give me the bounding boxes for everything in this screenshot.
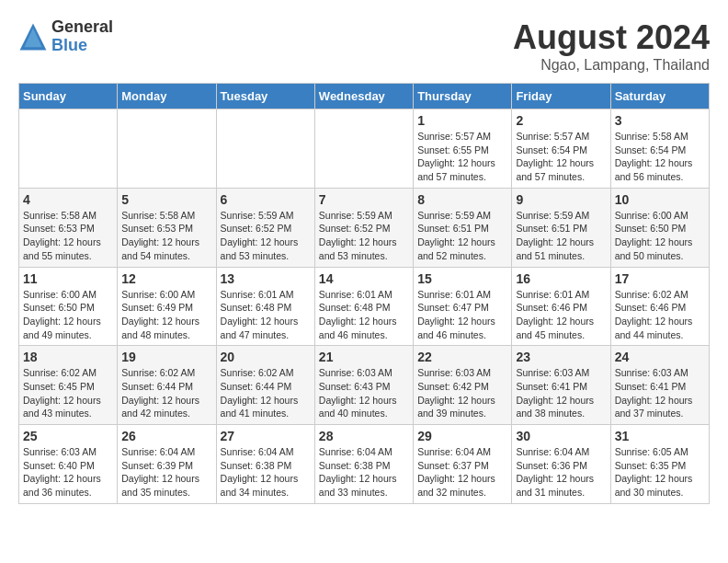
day-info: Sunrise: 6:04 AMSunset: 6:39 PMDaylight:… bbox=[121, 445, 211, 500]
day-number: 18 bbox=[23, 350, 113, 364]
subtitle: Ngao, Lampang, Thailand bbox=[513, 57, 710, 74]
day-number: 3 bbox=[615, 113, 705, 128]
calendar-cell: 30Sunrise: 6:04 AMSunset: 6:36 PMDayligh… bbox=[512, 425, 610, 504]
calendar-cell: 23Sunrise: 6:03 AMSunset: 6:41 PMDayligh… bbox=[512, 346, 610, 425]
header-saturday: Saturday bbox=[610, 84, 709, 109]
day-number: 28 bbox=[319, 429, 409, 443]
day-info: Sunrise: 5:59 AMSunset: 6:52 PMDaylight:… bbox=[221, 209, 311, 263]
day-info: Sunrise: 6:03 AMSunset: 6:42 PMDaylight:… bbox=[417, 366, 507, 420]
calendar-cell bbox=[19, 109, 118, 189]
day-info: Sunrise: 6:03 AMSunset: 6:41 PMDaylight:… bbox=[615, 366, 705, 420]
day-number: 12 bbox=[121, 271, 211, 286]
calendar-cell: 8Sunrise: 5:59 AMSunset: 6:51 PMDaylight… bbox=[414, 188, 512, 267]
day-info: Sunrise: 6:01 AMSunset: 6:48 PMDaylight:… bbox=[319, 288, 409, 342]
day-number: 30 bbox=[516, 429, 606, 443]
logo-blue-label: Blue bbox=[51, 37, 113, 55]
day-number: 31 bbox=[615, 429, 705, 443]
calendar-cell: 10Sunrise: 6:00 AMSunset: 6:50 PMDayligh… bbox=[610, 188, 709, 267]
day-number: 26 bbox=[121, 429, 211, 443]
logo: General Blue bbox=[18, 18, 113, 55]
day-number: 17 bbox=[615, 271, 705, 286]
day-number: 21 bbox=[319, 350, 409, 364]
day-number: 8 bbox=[417, 192, 507, 207]
calendar-cell bbox=[314, 109, 413, 189]
calendar-cell: 4Sunrise: 5:58 AMSunset: 6:53 PMDaylight… bbox=[19, 188, 118, 267]
day-info: Sunrise: 6:01 AMSunset: 6:48 PMDaylight:… bbox=[221, 288, 311, 342]
header-monday: Monday bbox=[118, 84, 216, 109]
day-info: Sunrise: 6:02 AMSunset: 6:45 PMDaylight:… bbox=[23, 366, 113, 420]
day-info: Sunrise: 6:03 AMSunset: 6:41 PMDaylight:… bbox=[516, 366, 606, 420]
day-info: Sunrise: 5:58 AMSunset: 6:53 PMDaylight:… bbox=[121, 209, 211, 263]
calendar-cell: 6Sunrise: 5:59 AMSunset: 6:52 PMDaylight… bbox=[216, 188, 314, 267]
logo-general-label: General bbox=[51, 18, 113, 37]
day-info: Sunrise: 6:04 AMSunset: 6:38 PMDaylight:… bbox=[221, 445, 311, 500]
day-info: Sunrise: 6:00 AMSunset: 6:50 PMDaylight:… bbox=[23, 288, 113, 342]
day-number: 20 bbox=[221, 350, 311, 364]
day-info: Sunrise: 6:03 AMSunset: 6:40 PMDaylight:… bbox=[23, 445, 113, 500]
day-number: 6 bbox=[221, 192, 311, 207]
header-tuesday: Tuesday bbox=[216, 84, 314, 109]
calendar-cell: 3Sunrise: 5:58 AMSunset: 6:54 PMDaylight… bbox=[610, 109, 709, 189]
day-info: Sunrise: 5:59 AMSunset: 6:52 PMDaylight:… bbox=[319, 209, 409, 263]
day-info: Sunrise: 6:02 AMSunset: 6:46 PMDaylight:… bbox=[615, 288, 705, 342]
calendar-cell: 11Sunrise: 6:00 AMSunset: 6:50 PMDayligh… bbox=[19, 267, 118, 346]
day-number: 5 bbox=[121, 192, 211, 207]
title-section: August 2024 Ngao, Lampang, Thailand bbox=[513, 18, 710, 74]
calendar-cell: 31Sunrise: 6:05 AMSunset: 6:35 PMDayligh… bbox=[610, 425, 709, 504]
day-number: 2 bbox=[516, 113, 606, 128]
calendar-cell: 16Sunrise: 6:01 AMSunset: 6:46 PMDayligh… bbox=[512, 267, 610, 346]
day-info: Sunrise: 6:02 AMSunset: 6:44 PMDaylight:… bbox=[221, 366, 311, 420]
calendar-cell: 20Sunrise: 6:02 AMSunset: 6:44 PMDayligh… bbox=[216, 346, 314, 425]
day-number: 29 bbox=[417, 429, 507, 443]
calendar-cell: 1Sunrise: 5:57 AMSunset: 6:55 PMDaylight… bbox=[414, 109, 512, 189]
week-row-2: 11Sunrise: 6:00 AMSunset: 6:50 PMDayligh… bbox=[19, 267, 710, 346]
calendar-cell: 14Sunrise: 6:01 AMSunset: 6:48 PMDayligh… bbox=[314, 267, 413, 346]
day-info: Sunrise: 6:05 AMSunset: 6:35 PMDaylight:… bbox=[615, 445, 705, 500]
day-info: Sunrise: 6:01 AMSunset: 6:47 PMDaylight:… bbox=[417, 288, 507, 342]
day-number: 25 bbox=[23, 429, 113, 443]
calendar-cell: 27Sunrise: 6:04 AMSunset: 6:38 PMDayligh… bbox=[216, 425, 314, 504]
day-number: 19 bbox=[121, 350, 211, 364]
day-info: Sunrise: 6:02 AMSunset: 6:44 PMDaylight:… bbox=[121, 366, 211, 420]
logo-icon bbox=[18, 22, 48, 52]
day-info: Sunrise: 6:04 AMSunset: 6:38 PMDaylight:… bbox=[319, 445, 409, 500]
week-row-4: 25Sunrise: 6:03 AMSunset: 6:40 PMDayligh… bbox=[19, 425, 710, 504]
calendar-cell: 5Sunrise: 5:58 AMSunset: 6:53 PMDaylight… bbox=[118, 188, 216, 267]
logo-text: General Blue bbox=[51, 18, 113, 55]
day-number: 4 bbox=[23, 192, 113, 207]
day-info: Sunrise: 5:58 AMSunset: 6:53 PMDaylight:… bbox=[23, 209, 113, 263]
calendar-cell bbox=[118, 109, 216, 189]
header-friday: Friday bbox=[512, 84, 610, 109]
day-number: 24 bbox=[615, 350, 705, 364]
calendar-cell: 17Sunrise: 6:02 AMSunset: 6:46 PMDayligh… bbox=[610, 267, 709, 346]
week-row-0: 1Sunrise: 5:57 AMSunset: 6:55 PMDaylight… bbox=[19, 109, 710, 189]
calendar-cell: 18Sunrise: 6:02 AMSunset: 6:45 PMDayligh… bbox=[19, 346, 118, 425]
day-info: Sunrise: 5:57 AMSunset: 6:54 PMDaylight:… bbox=[516, 130, 606, 184]
day-info: Sunrise: 5:59 AMSunset: 6:51 PMDaylight:… bbox=[417, 209, 507, 263]
day-number: 22 bbox=[417, 350, 507, 364]
calendar-cell: 22Sunrise: 6:03 AMSunset: 6:42 PMDayligh… bbox=[414, 346, 512, 425]
day-info: Sunrise: 6:01 AMSunset: 6:46 PMDaylight:… bbox=[516, 288, 606, 342]
calendar-cell bbox=[216, 109, 314, 189]
day-info: Sunrise: 6:00 AMSunset: 6:49 PMDaylight:… bbox=[121, 288, 211, 342]
calendar-table: SundayMondayTuesdayWednesdayThursdayFrid… bbox=[18, 83, 710, 504]
calendar-cell: 13Sunrise: 6:01 AMSunset: 6:48 PMDayligh… bbox=[216, 267, 314, 346]
header-wednesday: Wednesday bbox=[314, 84, 413, 109]
day-number: 16 bbox=[516, 271, 606, 286]
header-sunday: Sunday bbox=[19, 84, 118, 109]
day-number: 11 bbox=[23, 271, 113, 286]
day-info: Sunrise: 6:03 AMSunset: 6:43 PMDaylight:… bbox=[319, 366, 409, 420]
day-number: 9 bbox=[516, 192, 606, 207]
header: General Blue August 2024 Ngao, Lampang, … bbox=[18, 18, 710, 74]
week-row-3: 18Sunrise: 6:02 AMSunset: 6:45 PMDayligh… bbox=[19, 346, 710, 425]
day-info: Sunrise: 5:57 AMSunset: 6:55 PMDaylight:… bbox=[417, 130, 507, 184]
week-row-1: 4Sunrise: 5:58 AMSunset: 6:53 PMDaylight… bbox=[19, 188, 710, 267]
day-number: 23 bbox=[516, 350, 606, 364]
calendar-cell: 9Sunrise: 5:59 AMSunset: 6:51 PMDaylight… bbox=[512, 188, 610, 267]
calendar-cell: 21Sunrise: 6:03 AMSunset: 6:43 PMDayligh… bbox=[314, 346, 413, 425]
day-number: 14 bbox=[319, 271, 409, 286]
calendar-cell: 24Sunrise: 6:03 AMSunset: 6:41 PMDayligh… bbox=[610, 346, 709, 425]
calendar-cell: 2Sunrise: 5:57 AMSunset: 6:54 PMDaylight… bbox=[512, 109, 610, 189]
day-number: 13 bbox=[221, 271, 311, 286]
calendar-cell: 26Sunrise: 6:04 AMSunset: 6:39 PMDayligh… bbox=[118, 425, 216, 504]
